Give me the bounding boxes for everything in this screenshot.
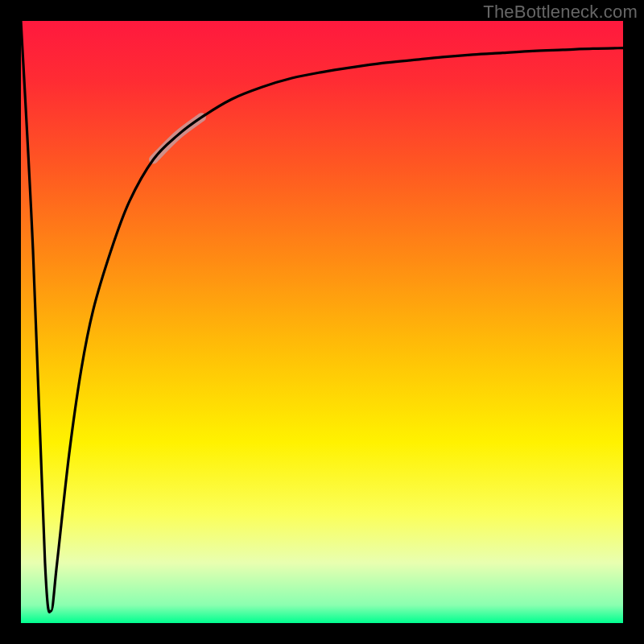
watermark-label: TheBottleneck.com	[483, 2, 638, 23]
chart-frame: TheBottleneck.com	[0, 0, 644, 644]
chart-background	[21, 21, 623, 623]
plot-area	[21, 21, 623, 623]
chart-svg	[21, 21, 623, 623]
